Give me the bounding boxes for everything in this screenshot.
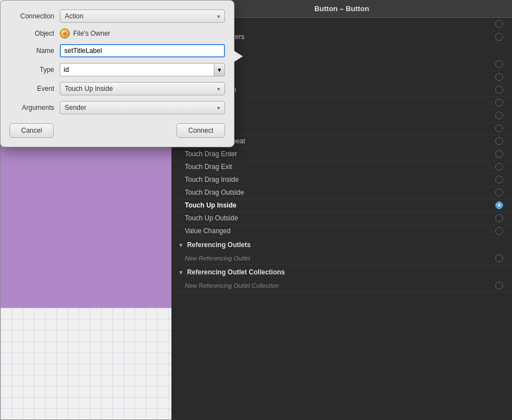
name-input[interactable] [60, 44, 225, 57]
connection-select-value: Action [65, 12, 83, 20]
event-select[interactable]: Touch Up Inside ▾ [60, 82, 225, 95]
item-label: Touch Up Outside [185, 214, 238, 222]
radio-editing-changed[interactable] [495, 73, 503, 81]
grid-area [1, 308, 173, 419]
item-label: Value Changed [185, 227, 231, 235]
radio-touch-up-outside[interactable] [495, 214, 503, 222]
connection-select[interactable]: Action ▾ [60, 9, 225, 23]
name-label: Name [9, 47, 60, 55]
referencing-outlets-section: ▼ Referencing Outlets [171, 238, 512, 252]
connect-button[interactable]: Connect [176, 123, 225, 138]
left-panel [0, 123, 173, 420]
event-row: Event Touch Up Inside ▾ [9, 82, 225, 95]
touch-drag-exit[interactable]: Touch Drag Exit [171, 161, 512, 173]
object-value-text: File's Owner [73, 30, 110, 37]
triangle-icon: ▼ [178, 242, 184, 248]
referencing-outlet-collections-label: Referencing Outlet Collections [187, 268, 285, 276]
connection-label: Connection [9, 12, 60, 20]
radio-touch-drag-outside[interactable] [495, 189, 503, 196]
touch-drag-inside[interactable]: Touch Drag Inside [171, 173, 512, 186]
radio-touch-drag-exit[interactable] [495, 163, 503, 171]
item-label: Touch Drag Outside [185, 189, 244, 196]
radio-touch-drag-enter[interactable] [495, 150, 503, 158]
type-dropdown-button[interactable]: ▼ [214, 63, 225, 76]
referencing-outlet-collections-section: ▼ Referencing Outlet Collections [171, 265, 512, 279]
event-select-value: Touch Up Inside [65, 85, 113, 93]
radio-editing-end[interactable] [495, 99, 503, 107]
cancel-button[interactable]: Cancel [9, 123, 54, 138]
chevron-down-icon: ▾ [217, 13, 220, 20]
connection-row: Connection Action ▾ [9, 9, 225, 23]
touch-up-inside[interactable]: Touch Up Inside + [171, 199, 512, 212]
triangle-icon: ▼ [178, 269, 184, 276]
dialog-buttons: Cancel Connect [9, 123, 225, 138]
radio-plus-touch-up-inside[interactable]: + [495, 201, 503, 209]
arguments-label: Arguments [9, 104, 60, 112]
item-label: Touch Drag Exit [185, 163, 232, 171]
event-label: Event [9, 85, 60, 93]
radio-new-ref-outlet-collection[interactable] [495, 282, 503, 289]
new-referencing-outlet-collection[interactable]: New Referencing Outlet Collection [171, 279, 512, 292]
radio-editing-begin[interactable] [495, 86, 503, 94]
item-label: Touch Drag Enter [185, 150, 237, 158]
chevron-down-icon: ▾ [217, 105, 220, 111]
value-changed[interactable]: Value Changed [171, 225, 512, 238]
radio-touch-drag-inside[interactable] [495, 176, 503, 184]
object-value: ⊙ File's Owner [60, 28, 110, 38]
chevron-down-icon: ▾ [217, 86, 220, 92]
object-label: Object [9, 30, 60, 37]
radio-did-end[interactable] [495, 60, 503, 68]
new-referencing-outlet[interactable]: New Referencing Outlet [171, 252, 512, 265]
arguments-row: Arguments Sender ▾ [9, 101, 225, 114]
radio-touch-cancel[interactable] [495, 112, 503, 119]
type-label: Type [9, 66, 60, 74]
touch-drag-outside[interactable]: Touch Drag Outside [171, 186, 512, 199]
referencing-outlets-label: Referencing Outlets [187, 241, 251, 249]
panel-title: Button – Button [314, 4, 369, 13]
item-label: New Referencing Outlet [185, 255, 250, 262]
item-label: Touch Up Inside [185, 201, 236, 209]
connection-dialog: Connection Action ▾ Object ⊙ File's Owne… [0, 0, 235, 147]
radio-touch-down[interactable] [495, 124, 503, 132]
type-field-group: ▼ [60, 63, 225, 76]
name-row: Name [9, 44, 225, 57]
type-row: Type ▼ [9, 63, 225, 76]
radio-collections[interactable] [495, 20, 503, 28]
arguments-select-value: Sender [65, 104, 87, 112]
touch-drag-enter[interactable]: Touch Drag Enter [171, 148, 512, 161]
radio-new-ref-outlet[interactable] [495, 254, 503, 262]
arguments-select[interactable]: Sender ▾ [60, 101, 225, 114]
type-input[interactable] [60, 63, 214, 76]
radio-touch-down-repeat[interactable] [495, 137, 503, 145]
item-label: Touch Drag Inside [185, 176, 239, 184]
touch-up-outside[interactable]: Touch Up Outside [171, 212, 512, 225]
radio-value-changed[interactable] [495, 227, 503, 235]
item-label: New Referencing Outlet Collection [185, 282, 279, 289]
radio-gesture[interactable] [495, 33, 503, 41]
object-row: Object ⊙ File's Owner [9, 28, 225, 38]
files-owner-icon: ⊙ [60, 28, 70, 38]
